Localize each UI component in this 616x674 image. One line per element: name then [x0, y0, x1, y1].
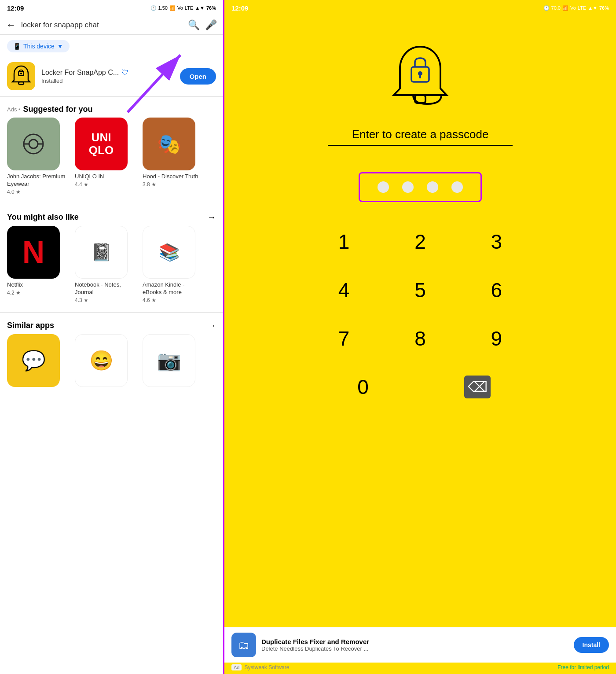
numpad-row-1: 1 2 3 [306, 224, 535, 259]
netflix-icon: N [7, 226, 60, 279]
app-logo-locker [389, 42, 451, 114]
back-button[interactable]: ← [6, 19, 16, 31]
svg-rect-0 [18, 82, 24, 85]
num-6-button[interactable]: 6 [470, 273, 523, 308]
svg-rect-11 [419, 74, 421, 78]
ad-app-icon: 🗂 [231, 633, 256, 657]
you-might-apps-row: N Netflix 4.2 ★ 📓 Notebook - Notes, Jour… [0, 226, 223, 310]
john-jacobs-name: John Jacobs: Premium Eyewear [7, 173, 69, 188]
ad-banner-area: 🗂 Duplicate Files Fixer and Remover Dele… [224, 627, 616, 674]
hood-icon: 🎭 [143, 118, 195, 170]
num-0-button[interactable]: 0 [337, 369, 389, 405]
passcode-area: Enter to create a passcode 1 2 3 4 5 6 7 [224, 16, 616, 627]
suggested-apps-row: John Jacobs: Premium Eyewear 4.0 ★ UNIQL… [0, 118, 223, 202]
phone-icon: 📱 [13, 43, 21, 50]
similar3-icon: 📷 [143, 334, 195, 387]
numpad: 1 2 3 4 5 6 7 8 9 0 ⌫ [306, 224, 535, 418]
notebook-name: Notebook - Notes, Journal [75, 281, 136, 296]
dot-2 [402, 181, 414, 193]
app-card-notebook[interactable]: 📓 Notebook - Notes, Journal 4.3 ★ [75, 226, 136, 303]
uniqlo-icon: UNIQLO [75, 118, 128, 170]
numpad-row-3: 7 8 9 [306, 321, 535, 356]
ad-footer: Ad Systweak Software Free for limited pe… [224, 663, 616, 674]
dot-4 [451, 181, 463, 193]
num-8-button[interactable]: 8 [394, 321, 447, 356]
notebook-icon: 📓 [75, 226, 128, 279]
hood-name: Hood - Discover Truth [143, 173, 198, 180]
uniqlo-name: UNIQLO IN [75, 173, 104, 180]
left-status-time: 12:09 [7, 4, 24, 12]
passcode-underline [328, 145, 513, 146]
notebook-rating: 4.3 ★ [75, 297, 88, 303]
similar-apps-row: 💬 😄 📷 [0, 334, 223, 397]
you-might-title: You might also like [7, 213, 79, 222]
similar1-icon: 💬 [7, 334, 60, 387]
john-jacobs-rating: 4.0 ★ [7, 189, 21, 195]
app-card-kindle[interactable]: 📚 Amazon Kindle - eBooks & more 4.6 ★ [143, 226, 204, 303]
ad-app-desc: Delete Needless Duplicates To Recover ..… [261, 645, 568, 652]
dot-1 [378, 181, 389, 193]
kindle-icon: 📚 [143, 226, 195, 279]
passcode-dots [359, 172, 482, 202]
netflix-rating: 4.2 ★ [7, 290, 21, 296]
app-card-similar2[interactable]: 😄 [75, 334, 136, 390]
device-filter-chip[interactable]: 📱 This device ▼ [7, 40, 70, 52]
kindle-name: Amazon Kindle - eBooks & more [143, 281, 204, 296]
app-icon-locker [7, 62, 35, 90]
ad-label: Ad [231, 664, 242, 670]
num-4-button[interactable]: 4 [318, 273, 370, 308]
ad-info: Duplicate Files Fixer and Remover Delete… [261, 638, 568, 652]
you-might-section-header: You might also like → [0, 206, 223, 226]
search-bar: ← locker for snapapp chat 🔍 🎤 [0, 16, 223, 35]
app-card-uniqlo[interactable]: UNIQLO UNIQLO IN 4.4 ★ [75, 118, 136, 195]
app-card-netflix[interactable]: N Netflix 4.2 ★ [7, 226, 69, 303]
left-status-icons: 🕐 1.50 📶 Vo LTE ▲▼ 76% [150, 5, 216, 11]
passcode-title-area: Enter to create a passcode [328, 128, 513, 159]
john-jacobs-icon [7, 118, 60, 170]
similar-section-header: Similar apps → [0, 314, 223, 334]
ad-install-button[interactable]: Install [574, 637, 609, 653]
app-card-similar1[interactable]: 💬 [7, 334, 69, 390]
ad-company: Systweak Software [244, 664, 289, 670]
backspace-button[interactable]: ⌫ [464, 376, 491, 398]
app-card-similar3[interactable]: 📷 [143, 334, 204, 390]
passcode-title-text: Enter to create a passcode [352, 128, 489, 141]
ad-banner: 🗂 Duplicate Files Fixer and Remover Dele… [224, 627, 616, 663]
device-label: This device [23, 43, 55, 50]
search-input[interactable]: locker for snapapp chat [21, 21, 183, 29]
app-card-john-jacobs[interactable]: John Jacobs: Premium Eyewear 4.0 ★ [7, 118, 69, 195]
search-icon[interactable]: 🔍 [188, 19, 200, 31]
purple-arrow [101, 46, 198, 117]
mic-icon[interactable]: 🎤 [205, 19, 217, 31]
left-status-bar: 12:09 🕐 1.50 📶 Vo LTE ▲▼ 76% [0, 0, 223, 16]
num-3-button[interactable]: 3 [470, 224, 523, 259]
num-2-button[interactable]: 2 [394, 224, 447, 259]
ad-promo-text: Free for limited period [557, 664, 609, 670]
similar-title: Similar apps [7, 321, 54, 330]
app-card-hood[interactable]: 🎭 Hood - Discover Truth 3.8 ★ [143, 118, 204, 195]
numpad-row-4: 0 ⌫ [306, 369, 535, 405]
chevron-down-icon: ▼ [57, 43, 63, 50]
hood-rating: 3.8 ★ [143, 181, 156, 188]
ad-app-name: Duplicate Files Fixer and Remover [261, 638, 568, 645]
right-status-time: 12:09 [231, 4, 248, 12]
kindle-rating: 4.6 ★ [143, 297, 156, 303]
svg-point-2 [20, 73, 22, 74]
similar-arrow[interactable]: → [207, 320, 216, 331]
right-status-icons: 🕐 70.0 📶 Vo LTE ▲▼ 76% [543, 5, 609, 11]
suggested-title: Suggested for you [23, 105, 93, 114]
num-1-button[interactable]: 1 [318, 224, 370, 259]
netflix-name: Netflix [7, 281, 23, 289]
uniqlo-rating: 4.4 ★ [75, 181, 88, 188]
you-might-arrow[interactable]: → [207, 212, 216, 222]
num-5-button[interactable]: 5 [394, 273, 447, 308]
svg-point-5 [29, 140, 38, 148]
num-9-button[interactable]: 9 [470, 321, 523, 356]
numpad-row-2: 4 5 6 [306, 273, 535, 308]
right-panel: 12:09 🕐 70.0 📶 Vo LTE ▲▼ 76% [224, 0, 616, 674]
dot-3 [427, 181, 438, 193]
left-panel: 12:09 🕐 1.50 📶 Vo LTE ▲▼ 76% ← locker fo… [0, 0, 224, 674]
num-7-button[interactable]: 7 [318, 321, 370, 356]
right-status-bar: 12:09 🕐 70.0 📶 Vo LTE ▲▼ 76% [224, 0, 616, 16]
backspace-container: ⌫ [451, 369, 504, 405]
